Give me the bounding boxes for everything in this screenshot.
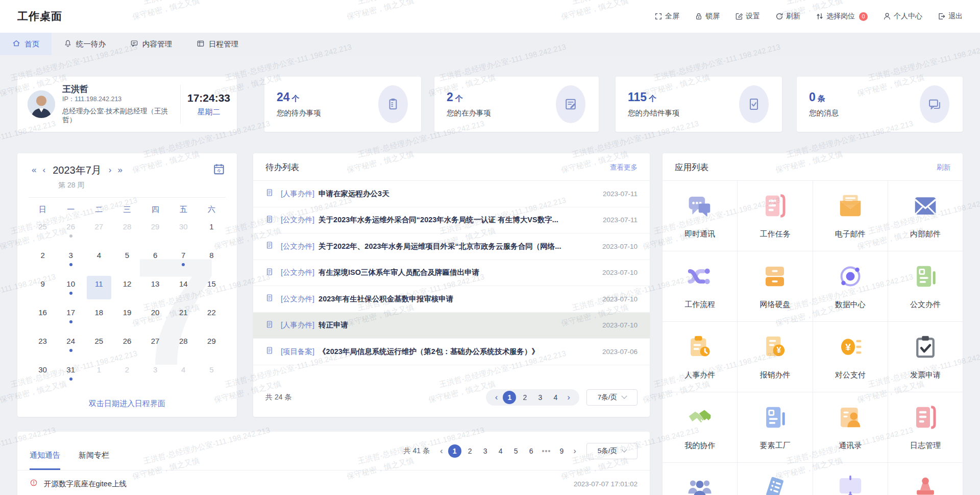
app-发票申请[interactable]: 发票申请 [888,322,963,392]
app-内部邮件[interactable]: 内部邮件 [888,181,963,251]
calendar-date-1[interactable]: 1 [85,358,113,386]
app-日志管理[interactable]: 日志管理 [888,392,963,462]
calendar-date-28[interactable]: 28 [113,215,141,243]
next-year-button[interactable]: » [114,165,125,175]
notice-tab-通知通告[interactable]: 通知通告 [30,451,60,470]
calendar-date-29[interactable]: 29 [198,329,226,358]
calendar-date-18[interactable]: 18 [85,300,113,329]
app-对公支付[interactable]: ¥对公支付 [813,322,888,392]
notice-page-5[interactable]: 5 [509,444,523,458]
next-month-button[interactable]: › [106,165,115,175]
notice-tab-新闻专栏[interactable]: 新闻专栏 [79,451,109,470]
calendar-date-25[interactable]: 25 [29,215,57,243]
calendar-date-20[interactable]: 20 [141,300,169,329]
calendar-date-3[interactable]: 3 [57,243,85,272]
page-size-select[interactable]: 7条/页 [586,389,638,406]
calendar-date-2[interactable]: 2 [113,358,141,386]
header-action-退出[interactable]: 退出 [938,12,963,21]
calendar-date-3[interactable]: 3 [141,358,169,386]
app-人事办件[interactable]: 人事办件 [663,322,737,392]
prev-month-button[interactable]: ‹ [39,165,48,175]
header-action-锁屏[interactable]: 锁屏 [695,12,720,21]
calendar-date-26[interactable]: 26 [113,329,141,358]
notice-page-4[interactable]: 4 [494,444,507,458]
notice-item-1[interactable]: 开源数字底座在gitee上线 2023-07-07 17:01:02 [17,470,650,495]
calendar-date-13[interactable]: 13 [141,272,169,300]
page-2[interactable]: 2 [518,391,531,404]
calendar-date-27[interactable]: 27 [85,215,113,243]
header-action-设置[interactable]: 设置 [735,12,760,21]
calendar-date-30[interactable]: 30 [169,215,198,243]
calendar-date-15[interactable]: 15 [198,272,226,300]
todo-item-5[interactable]: [公文办件] 2023年有生社保公积金基数申报审核申请 2023-07-10 [253,286,650,313]
calendar-date-5[interactable]: 5 [198,358,226,386]
notice-prev-button[interactable]: ‹ [437,446,446,456]
app-即时通讯[interactable]: 即时通讯 [663,181,737,251]
header-action-刷新[interactable]: 刷新 [775,12,800,21]
notice-page-1[interactable]: 1 [448,444,461,458]
tab-内容管理[interactable]: 内容管理 [118,33,184,55]
header-action-选择岗位[interactable]: 选择岗位0 [816,12,868,21]
calendar-date-23[interactable]: 23 [29,329,57,358]
page-3[interactable]: 3 [533,391,547,404]
tab-统一待办[interactable]: 统一待办 [52,33,118,55]
calendar-date-30[interactable]: 30 [29,358,57,386]
next-page-button[interactable]: › [564,392,573,403]
view-more-link[interactable]: 查看更多 [610,163,638,172]
todo-item-1[interactable]: [人事办件] 申请在家远程办公3天 2023-07-11 [253,181,650,207]
calendar-date-22[interactable]: 22 [198,300,226,329]
notice-page-2[interactable]: 2 [463,444,477,458]
notice-page-3[interactable]: 3 [479,444,492,458]
app-工作任务[interactable]: 工作任务 [738,181,812,251]
notice-page-size-select[interactable]: 5条/页 [586,443,638,459]
calendar-date-29[interactable]: 29 [141,215,169,243]
calendar-date-25[interactable]: 25 [85,329,113,358]
notice-page-6[interactable]: 6 [525,444,538,458]
app-电子邮件[interactable]: 电子邮件 [813,181,888,251]
calendar-date-26[interactable]: 26 [57,215,85,243]
calendar-date-21[interactable]: 21 [169,300,198,329]
tab-日程管理[interactable]: 日程管理 [184,33,251,55]
calendar-date-5[interactable]: 5 [113,243,141,272]
prev-year-button[interactable]: « [29,165,39,175]
app-网络硬盘[interactable]: 网络硬盘 [738,251,812,321]
app-stamp-icon[interactable] [888,463,963,495]
header-action-个人中心[interactable]: 个人中心 [883,12,922,21]
todo-item-2[interactable]: [公文办件] 关于2023年水务运维外采合同“2023年水务局统一认证 有生博大… [253,207,650,234]
apps-refresh-link[interactable]: 刷新 [937,163,950,172]
calendar-date-31[interactable]: 31 [57,358,85,386]
todo-item-6[interactable]: [人事办件] 转正申请 2023-07-10 [253,313,650,339]
app-公文办件[interactable]: 公文办件 [888,251,963,321]
notice-next-button[interactable]: › [570,446,579,456]
calendar-date-7[interactable]: 7 [169,243,198,272]
calendar-date-2[interactable]: 2 [29,243,57,272]
calendar-date-28[interactable]: 28 [169,329,198,358]
calendar-date-4[interactable]: 4 [85,243,113,272]
calendar-date-6[interactable]: 6 [141,243,169,272]
tab-首页[interactable]: 首页 [0,33,52,55]
app-receipt-icon[interactable] [738,463,812,495]
app-报销办件[interactable]: ¥报销办件 [738,322,812,392]
today-icon[interactable]: 今 [212,162,226,178]
notice-page-9[interactable]: 9 [555,444,568,458]
app-通讯录[interactable]: 通讯录 [813,392,888,462]
page-1[interactable]: 1 [503,391,516,404]
page-4[interactable]: 4 [549,391,562,404]
stat-card-您的在办事项[interactable]: 2个您的在办事项 [434,77,599,132]
app-工作流程[interactable]: 工作流程 [663,251,737,321]
prev-page-button[interactable]: ‹ [492,392,501,403]
calendar-date-10[interactable]: 10 [57,272,85,300]
header-action-全屏[interactable]: 全屏 [654,12,679,21]
calendar-date-14[interactable]: 14 [169,272,198,300]
app-board-icon[interactable] [813,463,888,495]
todo-item-4[interactable]: [公文办件] 有生深境ISO三体系年审人员配合及牌匾借出申请 2023-07-1… [253,260,650,287]
calendar-date-11[interactable]: 11 [85,272,113,300]
calendar-date-27[interactable]: 27 [141,329,169,358]
calendar-date-8[interactable]: 8 [198,243,226,272]
calendar-date-12[interactable]: 12 [113,272,141,300]
stat-card-您的办结件事项[interactable]: 115个您的办结件事项 [616,77,782,132]
calendar-date-17[interactable]: 17 [57,300,85,329]
calendar-date-9[interactable]: 9 [29,272,57,300]
calendar-footer-link[interactable]: 双击日期进入日程界面 [17,399,237,409]
stat-card-您的消息[interactable]: 0条您的消息 [797,77,963,132]
